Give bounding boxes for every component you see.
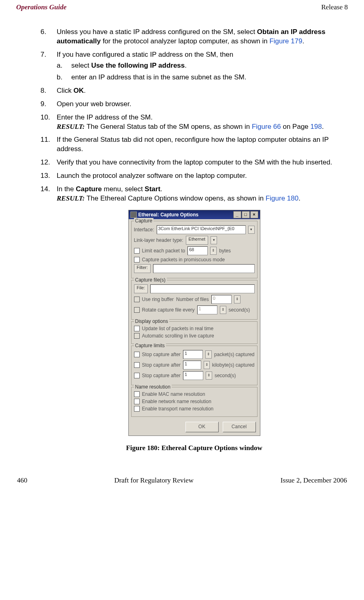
spinner-icon[interactable]: ⇕: [234, 295, 241, 303]
dropdown-icon[interactable]: ▾: [248, 226, 255, 234]
step-text: The Ethereal Capture Options window open…: [85, 194, 266, 202]
stop-unit: second(s): [215, 373, 236, 378]
step-number: 10.: [40, 113, 50, 122]
group-name-resolution: Name resolution Enable MAC name resoluti…: [131, 387, 258, 417]
limit-value[interactable]: 68: [187, 246, 208, 255]
minimize-button[interactable]: _: [233, 211, 241, 218]
step-text: Click: [57, 87, 74, 94]
net-label: Enable network name resolution: [142, 399, 211, 404]
footer-right: Issue 2, December 2006: [281, 476, 347, 485]
limit-checkbox[interactable]: [134, 248, 140, 254]
autoscroll-checkbox[interactable]: [134, 333, 140, 339]
step-number: 8.: [40, 86, 46, 96]
link-page-198[interactable]: 198: [311, 123, 322, 130]
stop-unit: kilobyte(s) captured: [212, 362, 255, 368]
step-7a: a. select Use the following IP address.: [57, 61, 348, 70]
rotate-value[interactable]: 1: [197, 305, 217, 314]
step-text: Enter the IP address of the SM.: [57, 113, 153, 121]
step-13: 13. Launch the protocol analyzer softwar…: [40, 171, 348, 181]
promisc-label: Capture packets in promiscuous mode: [142, 257, 225, 263]
step-7: 7. If you have configured a static IP ad…: [40, 50, 348, 82]
update-checkbox[interactable]: [134, 326, 140, 331]
step-text: .: [160, 185, 162, 193]
step-number: 14.: [40, 185, 50, 194]
instruction-list: 6. Unless you have a static IP address c…: [40, 28, 348, 203]
legend-display: Display options: [134, 318, 169, 324]
header-left: Operations Guide: [16, 3, 66, 11]
stop-label: Stop capture after: [142, 373, 181, 378]
stop-sec-checkbox[interactable]: [134, 373, 140, 378]
step-number: 7.: [40, 50, 46, 60]
step-number: 12.: [40, 158, 50, 167]
rotate-checkbox[interactable]: [134, 307, 140, 313]
interface-label: Interface:: [134, 227, 154, 233]
link-figure-66[interactable]: Figure 66: [252, 123, 281, 130]
filter-input[interactable]: [153, 264, 255, 273]
group-capture: Capture Interface: 3Com EtherLink PCI \D…: [131, 221, 258, 278]
stop-value[interactable]: 1: [183, 361, 201, 369]
mac-label: Enable MAC name resolution: [142, 391, 205, 397]
step-number: 11.: [40, 135, 50, 145]
sub-number: b.: [57, 73, 62, 82]
step-text: .: [322, 123, 324, 130]
stop-value[interactable]: 1: [183, 350, 203, 359]
step-number: 9.: [40, 100, 46, 109]
cancel-button[interactable]: Cancel: [223, 422, 256, 432]
stop-kb-checkbox[interactable]: [134, 362, 140, 368]
step-number: 13.: [40, 171, 50, 181]
step-text: Open your web browser.: [57, 100, 131, 108]
step-text: for the protocol analyzer laptop compute…: [101, 37, 270, 45]
step-text: .: [185, 62, 187, 69]
step-7b: b. enter an IP address that is in the sa…: [57, 73, 348, 82]
trans-checkbox[interactable]: [134, 406, 140, 412]
page-header: Operations Guide Release 8: [16, 3, 348, 11]
step-bold: OK: [74, 87, 84, 94]
file-input[interactable]: [150, 284, 254, 293]
maximize-button[interactable]: □: [242, 211, 250, 218]
trans-label: Enable transport name resolution: [142, 406, 214, 412]
limit-label: Limit each packet to: [142, 248, 185, 254]
window-buttons: _ □ ×: [233, 211, 258, 218]
ok-button[interactable]: OK: [185, 422, 219, 432]
update-label: Update list of packets in real time: [142, 326, 214, 331]
stop-unit: packet(s) captured: [214, 352, 254, 357]
spinner-icon[interactable]: ⇕: [210, 247, 217, 255]
link-figure-180[interactable]: Figure 180: [266, 194, 298, 202]
spinner-icon[interactable]: ⇕: [204, 361, 209, 369]
step-bold: Start: [145, 185, 160, 193]
spinner-icon[interactable]: ⇕: [206, 372, 212, 380]
legend-name-res: Name resolution: [134, 384, 172, 390]
link-figure-179[interactable]: Figure 179: [269, 37, 302, 45]
step-6: 6. Unless you have a static IP address c…: [40, 28, 348, 46]
step-text: The General Status tab of the SM opens, …: [85, 123, 252, 130]
footer-center: Draft for Regulatory Review: [28, 476, 281, 485]
step-text: If you have configured a static IP addre…: [57, 51, 233, 58]
net-checkbox[interactable]: [134, 399, 140, 404]
ring-files-value[interactable]: 0: [211, 295, 232, 304]
close-button[interactable]: ×: [250, 211, 258, 218]
result-label: RESULT:: [57, 194, 85, 202]
step-text: on Page: [281, 123, 311, 130]
step-14: 14. In the Capture menu, select Start. R…: [40, 185, 348, 203]
step-10: 10. Enter the IP address of the SM. RESU…: [40, 113, 348, 132]
filter-button[interactable]: Filter:: [134, 264, 151, 273]
stop-packets-checkbox[interactable]: [134, 352, 140, 357]
spinner-icon[interactable]: ⇕: [205, 350, 212, 359]
spinner-icon[interactable]: ⇕: [220, 306, 226, 314]
linklayer-value[interactable]: Ethernet: [186, 236, 209, 245]
file-button[interactable]: File:: [134, 284, 148, 293]
dropdown-icon[interactable]: ▾: [211, 236, 217, 244]
group-files: Capture file(s) File: Use ring buffer Nu…: [131, 280, 258, 320]
step-text: Launch the protocol analyzer software on…: [57, 172, 247, 179]
window-title: Ethereal: Capture Options: [138, 212, 233, 218]
step-8: 8. Click OK.: [40, 86, 348, 96]
promisc-checkbox[interactable]: [134, 257, 140, 263]
mac-checkbox[interactable]: [134, 391, 140, 397]
rotate-label: Rotate capture file every: [142, 307, 195, 313]
interface-input[interactable]: 3Com EtherLink PCI \Device\NPF_{E0: [157, 225, 246, 234]
ring-label: Use ring buffer: [142, 297, 174, 302]
step-11: 11. If the General Status tab did not op…: [40, 135, 348, 154]
stop-value[interactable]: 1: [183, 371, 203, 380]
step-12: 12. Verify that you have connectivity fr…: [40, 158, 348, 167]
ring-checkbox[interactable]: [134, 297, 140, 302]
